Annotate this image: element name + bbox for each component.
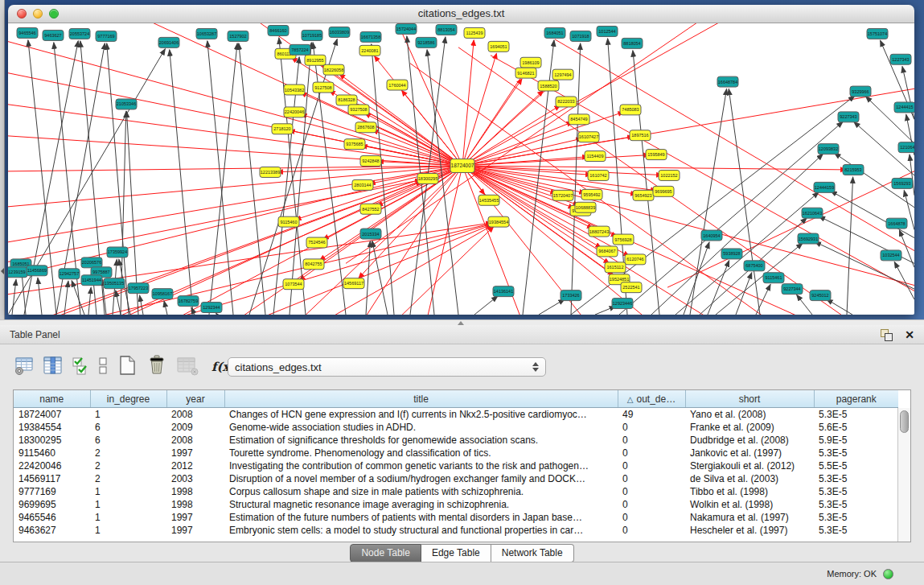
column-header-pagerank[interactable]: pagerank xyxy=(814,390,898,408)
close-window-button[interactable] xyxy=(17,9,27,19)
table-cell[interactable]: 9777169 xyxy=(14,485,90,498)
table-cell[interactable]: 0 xyxy=(618,421,685,434)
column-header-name[interactable]: name xyxy=(14,390,90,408)
table-cell[interactable]: 9115460 xyxy=(14,447,90,459)
table-cell[interactable]: Tibbo et al. (1998) xyxy=(685,485,814,498)
table-cell[interactable]: 22420046 xyxy=(14,459,90,472)
table-cell[interactable]: Nakamura et al. (1997) xyxy=(685,511,814,524)
table-cell[interactable]: Changes of HCN gene expression and I(f) … xyxy=(224,408,618,422)
table-cell[interactable]: de Silva et al. (2003) xyxy=(685,472,814,485)
table-row[interactable]: 2242004622012Investigating the contribut… xyxy=(14,459,898,472)
table-row[interactable]: 977716911998Corpus callosum shape and si… xyxy=(14,485,898,498)
column-header-year[interactable]: year xyxy=(166,390,224,408)
table-cell[interactable]: Wolkin et al. (1998) xyxy=(685,498,814,511)
table-cell[interactable]: 2008 xyxy=(166,434,224,447)
table-cell[interactable]: 5.3E-5 xyxy=(814,447,898,459)
table-row[interactable]: 946362711997Embryonic stem cells: a mode… xyxy=(14,524,898,537)
table-cell[interactable]: 18300295 xyxy=(14,434,90,447)
unselect-all-columns-button[interactable] xyxy=(97,355,109,380)
table-cell[interactable]: Hescheler et al. (1997) xyxy=(685,524,814,537)
table-cell[interactable]: 2012 xyxy=(166,459,224,472)
table-cell[interactable]: Disruption of a novel member of a sodium… xyxy=(224,472,618,485)
table-cell[interactable]: Dudbridge et al. (2008) xyxy=(685,434,814,447)
memory-status-indicator[interactable] xyxy=(883,569,893,579)
table-row[interactable]: 1456911722003Disruption of a novel membe… xyxy=(14,472,898,485)
table-cell[interactable]: 9463627 xyxy=(14,524,90,537)
table-cell[interactable]: 5.9E-5 xyxy=(814,434,898,447)
table-cell[interactable]: 0 xyxy=(618,511,685,524)
table-cell[interactable]: 5.3E-5 xyxy=(814,485,898,498)
table-vertical-scrollbar[interactable] xyxy=(897,408,910,542)
table-cell[interactable]: Yano et al. (2008) xyxy=(685,408,814,422)
table-cell[interactable]: 5.6E-5 xyxy=(814,421,898,434)
table-cell[interactable]: 5.3E-5 xyxy=(814,408,898,422)
table-row[interactable]: 946554611997Estimation of the future num… xyxy=(14,511,898,524)
table-cell[interactable]: 14569117 xyxy=(14,472,90,485)
table-cell[interactable]: 1 xyxy=(90,511,166,524)
table-cell[interactable]: 5.5E-5 xyxy=(814,459,898,472)
float-panel-icon[interactable] xyxy=(881,329,892,340)
table-cell[interactable]: 0 xyxy=(618,524,685,537)
table-cell[interactable]: Jankovic et al. (1997) xyxy=(685,447,814,459)
delete-table-button[interactable] xyxy=(175,355,199,380)
table-cell[interactable]: 2009 xyxy=(166,421,224,434)
show-columns-button[interactable] xyxy=(42,355,64,380)
table-row[interactable]: 911546021997Tourette syndrome. Phenomeno… xyxy=(14,447,898,459)
table-cell[interactable]: Structural magnetic resonance image aver… xyxy=(224,498,618,511)
collapse-left-panel-icon[interactable] xyxy=(1,268,4,274)
table-cell[interactable]: 0 xyxy=(618,459,685,472)
table-cell[interactable]: 0 xyxy=(618,447,685,459)
delete-column-button[interactable] xyxy=(146,354,168,380)
table-row[interactable]: 969969511998Structural magnetic resonanc… xyxy=(14,498,898,511)
table-cell[interactable]: 19384554 xyxy=(14,421,90,434)
left-panel-splitter[interactable] xyxy=(0,0,5,319)
table-cell[interactable]: 5.3E-5 xyxy=(814,524,898,537)
table-cell[interactable]: 0 xyxy=(618,498,685,511)
table-cell[interactable]: Estimation of the future numbers of pati… xyxy=(224,511,618,524)
table-cell[interactable]: 6 xyxy=(90,421,166,434)
table-cell[interactable]: 1998 xyxy=(166,498,224,511)
column-header-title[interactable]: title xyxy=(224,390,618,408)
table-cell[interactable]: 18724007 xyxy=(14,408,90,422)
tab-node-table[interactable]: Node Table xyxy=(350,544,421,562)
table-cell[interactable]: 1 xyxy=(90,485,166,498)
tab-edge-table[interactable]: Edge Table xyxy=(421,544,491,562)
column-header-short[interactable]: short xyxy=(685,390,814,408)
table-cell[interactable]: 0 xyxy=(618,485,685,498)
create-new-column-button[interactable] xyxy=(116,354,138,380)
table-cell[interactable]: Stergiakouli et al. (2012) xyxy=(685,459,814,472)
tab-network-table[interactable]: Network Table xyxy=(491,544,574,562)
select-all-columns-button[interactable] xyxy=(71,355,90,380)
table-cell[interactable]: 1997 xyxy=(166,447,224,459)
column-header-indegree[interactable]: in_degree xyxy=(90,390,166,408)
table-cell[interactable]: Corpus callosum shape and size in male p… xyxy=(224,485,618,498)
close-panel-icon[interactable]: ✕ xyxy=(905,329,914,340)
table-cell[interactable]: 2 xyxy=(90,472,166,485)
table-cell[interactable]: 2 xyxy=(90,447,166,459)
table-cell[interactable]: 1997 xyxy=(166,511,224,524)
table-row[interactable]: 1830029562008Estimation of significance … xyxy=(14,434,898,447)
table-cell[interactable]: 5.3E-5 xyxy=(814,511,898,524)
table-cell[interactable]: 9699695 xyxy=(14,498,90,511)
table-cell[interactable]: 5.3E-5 xyxy=(814,472,898,485)
scrollbar-thumb[interactable] xyxy=(900,410,909,433)
table-cell[interactable]: 2 xyxy=(90,459,166,472)
table-cell[interactable]: 0 xyxy=(618,434,685,447)
table-cell[interactable]: 1 xyxy=(90,408,166,422)
table-row[interactable]: 1938455462009Genome-wide association stu… xyxy=(14,421,898,434)
table-cell[interactable]: 5.3E-5 xyxy=(814,498,898,511)
table-cell[interactable]: Estimation of significance thresholds fo… xyxy=(224,434,618,447)
table-row[interactable]: 1872400712008Changes of HCN gene express… xyxy=(14,408,898,422)
table-cell[interactable]: 2003 xyxy=(166,472,224,485)
network-window-titlebar[interactable]: citations_edges.txt xyxy=(8,5,914,23)
table-cell[interactable]: 2008 xyxy=(166,408,224,422)
minimize-window-button[interactable] xyxy=(33,9,43,19)
table-cell[interactable]: Tourette syndrome. Phenomenology and cla… xyxy=(224,447,618,459)
table-cell[interactable]: Franke et al. (2009) xyxy=(685,421,814,434)
network-canvas[interactable]: 1872400786011288912955182260589127508105… xyxy=(8,23,914,315)
table-cell[interactable]: 1997 xyxy=(166,524,224,537)
table-cell[interactable]: Investigating the contribution of common… xyxy=(224,459,618,472)
table-cell[interactable]: Genome-wide association studies in ADHD. xyxy=(224,421,618,434)
table-cell[interactable]: 1998 xyxy=(166,485,224,498)
table-cell[interactable]: Embryonic stem cells: a model to study s… xyxy=(224,524,618,537)
